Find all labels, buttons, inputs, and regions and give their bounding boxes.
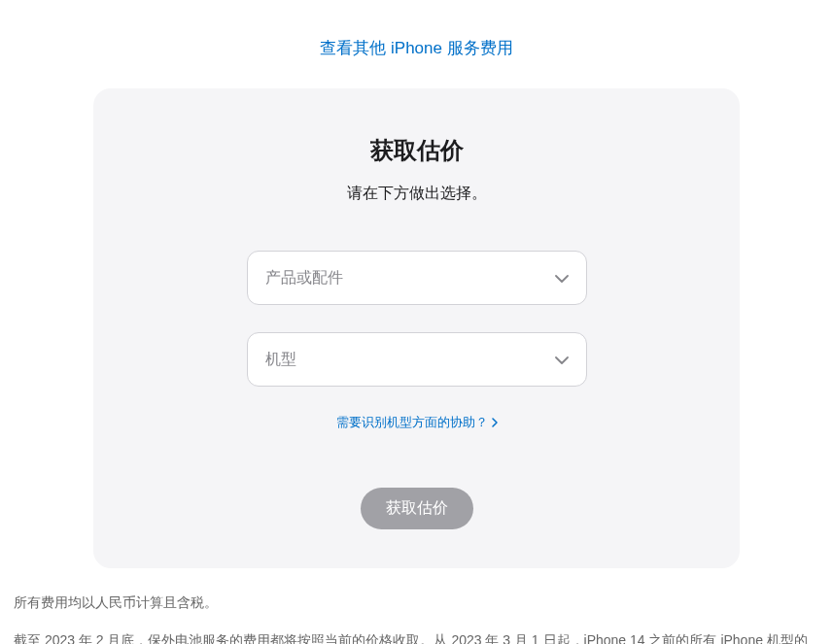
chevron-down-icon <box>555 351 569 368</box>
footer-tax-note: 所有费用均以人民币计算且含税。 <box>14 590 819 616</box>
get-estimate-button[interactable]: 获取估价 <box>361 488 473 529</box>
card-subtitle: 请在下方做出选择。 <box>132 184 701 204</box>
card-title: 获取估价 <box>132 135 701 166</box>
chevron-down-icon <box>555 269 569 287</box>
model-select-wrapper: 机型 <box>247 332 587 387</box>
identify-model-help-link[interactable]: 需要识别机型方面的协助？ <box>132 414 701 431</box>
product-select-wrapper: 产品或配件 <box>247 251 587 305</box>
footer-price-pre-text: 截至 2023 年 2 月底，保外电池服务的费用都将按照当前的价格收取。从 20… <box>14 632 808 644</box>
chevron-right-icon <box>492 418 498 427</box>
product-select[interactable]: 产品或配件 <box>247 251 587 305</box>
model-select-placeholder: 机型 <box>265 350 296 370</box>
estimate-card: 获取估价 请在下方做出选择。 产品或配件 机型 需要识别机型方面的协助？ 获取估… <box>93 88 740 568</box>
footer-price-change-note: 截至 2023 年 2 月底，保外电池服务的费用都将按照当前的价格收取。从 20… <box>14 627 819 644</box>
view-other-fees-link[interactable]: 查看其他 iPhone 服务费用 <box>0 0 833 88</box>
model-select[interactable]: 机型 <box>247 332 587 387</box>
product-select-placeholder: 产品或配件 <box>265 268 343 288</box>
help-link-label: 需要识别机型方面的协助？ <box>336 414 488 431</box>
footer-text: 所有费用均以人民币计算且含税。 截至 2023 年 2 月底，保外电池服务的费用… <box>0 568 833 644</box>
